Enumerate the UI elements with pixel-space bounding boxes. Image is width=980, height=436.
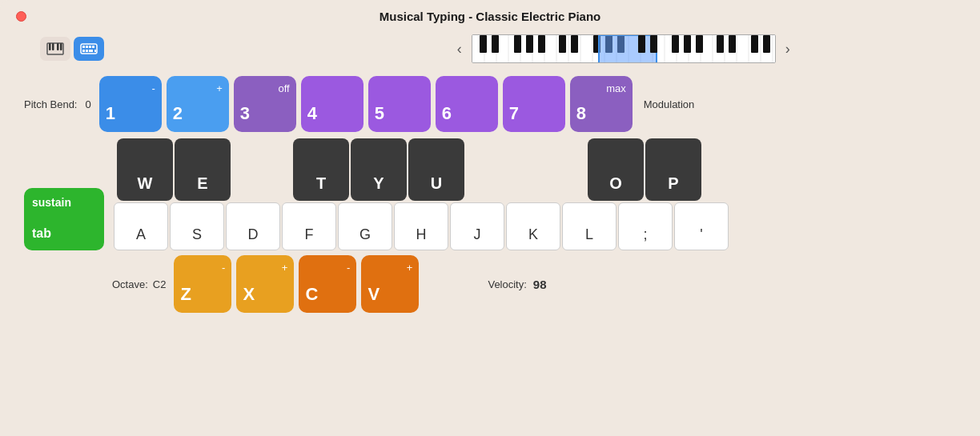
svg-rect-40 (480, 35, 487, 53)
svg-rect-60 (763, 35, 770, 53)
sustain-top-label: sustain (32, 196, 71, 209)
svg-rect-42 (514, 35, 521, 53)
octave-x-top: + (282, 262, 288, 274)
pitch-off-button[interactable]: off 3 (234, 76, 296, 132)
svg-rect-45 (559, 35, 566, 53)
pitch-key-3-main: 3 (240, 103, 250, 124)
svg-rect-46 (571, 35, 578, 53)
svg-rect-10 (82, 50, 85, 52)
svg-rect-56 (696, 35, 703, 53)
key-quote-button[interactable]: ' (674, 202, 729, 250)
velocity-minus-button[interactable]: - C (299, 255, 356, 313)
pitch-plus-button[interactable]: + 2 (167, 76, 229, 132)
modulation-label: Modulation (644, 98, 695, 110)
svg-rect-8 (89, 46, 91, 48)
window-close-button[interactable] (16, 11, 26, 22)
keys-row: sustain tab W E T Y U O P A S D (24, 138, 956, 250)
key-g-button[interactable]: G (338, 202, 392, 250)
octave-label: Octave: (112, 278, 148, 290)
svg-rect-9 (92, 46, 94, 48)
key-h-button[interactable]: H (394, 202, 448, 250)
svg-rect-54 (672, 35, 679, 53)
key-f-button[interactable]: F (282, 202, 336, 250)
svg-rect-5 (81, 44, 97, 54)
pitch-key-2-main: 2 (173, 103, 183, 124)
keyboard-icon (80, 42, 98, 55)
velocity-section: Velocity: 98 (488, 278, 546, 291)
keyboard-view-button[interactable] (74, 37, 104, 61)
pitch-key-5-button[interactable]: 5 (368, 76, 431, 132)
key-t-button[interactable]: T (293, 138, 349, 201)
piano-view-button[interactable] (40, 37, 70, 61)
piano-icon (46, 42, 64, 55)
pitch-bend-label: Pitch Bend: (24, 98, 78, 110)
key-p-button[interactable]: P (645, 138, 701, 201)
key-l-button[interactable]: L (562, 202, 617, 250)
sustain-main-label: tab (32, 226, 51, 241)
key-a-button[interactable]: A (114, 202, 168, 250)
pitch-key-4-main: 4 (307, 103, 317, 124)
pitch-bend-value: 0 (86, 98, 91, 110)
black-key-spacer-2 (466, 138, 525, 201)
black-key-spacer-1 (232, 138, 291, 201)
svg-rect-6 (82, 46, 85, 48)
main-content: Pitch Bend: 0 - 1 + 2 off 3 4 5 6 7 (0, 71, 980, 436)
velocity-plus-button[interactable]: + V (361, 255, 419, 313)
svg-rect-12 (89, 50, 93, 52)
pitch-minus-button[interactable]: - 1 (99, 76, 162, 132)
pitch-key-1-top: - (151, 82, 155, 94)
toolbar: ‹ (0, 28, 980, 71)
pitch-max-button[interactable]: max 8 (570, 76, 633, 132)
octave-plus-button[interactable]: + X (236, 255, 294, 313)
pitch-key-1-main: 1 (106, 103, 115, 124)
pitch-key-7-button[interactable]: 7 (503, 76, 565, 132)
svg-rect-3 (57, 43, 59, 50)
svg-rect-41 (492, 35, 499, 53)
key-y-button[interactable]: Y (351, 138, 407, 201)
svg-rect-43 (526, 35, 533, 53)
octave-x-main: X (243, 284, 255, 305)
octave-c-top: - (347, 262, 350, 274)
black-key-spacer-4 (703, 138, 762, 201)
toolbar-left (40, 37, 104, 61)
svg-rect-58 (729, 35, 736, 53)
svg-rect-7 (86, 46, 88, 48)
pitch-key-6-main: 6 (442, 103, 452, 124)
svg-rect-2 (52, 43, 54, 50)
key-w-button[interactable]: W (117, 138, 173, 201)
velocity-value: 98 (533, 278, 547, 291)
pitch-key-2-top: + (216, 82, 223, 94)
pitch-key-7-main: 7 (509, 103, 519, 124)
pitch-key-6-button[interactable]: 6 (436, 76, 498, 132)
piano-strip-svg (472, 35, 776, 63)
key-u-button[interactable]: U (408, 138, 464, 201)
svg-rect-59 (751, 35, 758, 53)
octave-z-main: Z (180, 284, 191, 305)
svg-rect-13 (94, 50, 96, 52)
pitch-key-4-button[interactable]: 4 (301, 76, 363, 132)
key-semicolon-button[interactable]: ; (618, 202, 673, 250)
key-d-button[interactable]: D (226, 202, 280, 250)
svg-rect-44 (538, 35, 545, 53)
svg-rect-4 (60, 43, 62, 50)
key-e-button[interactable]: E (175, 138, 231, 201)
key-s-button[interactable]: S (170, 202, 224, 250)
octave-value: C2 (153, 278, 167, 290)
octave-minus-button[interactable]: - Z (174, 255, 231, 313)
sustain-button[interactable]: sustain tab (24, 188, 104, 250)
octave-v-top: + (407, 262, 413, 274)
pitch-key-3-top: off (279, 82, 290, 94)
keyboard-nav: ‹ (454, 34, 793, 63)
nav-right-button[interactable]: › (782, 41, 793, 58)
svg-rect-50 (599, 35, 657, 63)
title-bar: Musical Typing - Classic Electric Piano (0, 0, 980, 28)
octave-c-main: C (305, 284, 318, 305)
piano-strip (472, 34, 776, 63)
white-keys-row: A S D F G H J K L ; ' (114, 202, 762, 250)
nav-left-button[interactable]: ‹ (454, 41, 465, 58)
svg-rect-11 (86, 50, 88, 52)
key-k-button[interactable]: K (506, 202, 560, 250)
key-o-button[interactable]: O (588, 138, 644, 201)
window-title: Musical Typing - Classic Electric Piano (380, 10, 600, 23)
key-j-button[interactable]: J (450, 202, 504, 250)
